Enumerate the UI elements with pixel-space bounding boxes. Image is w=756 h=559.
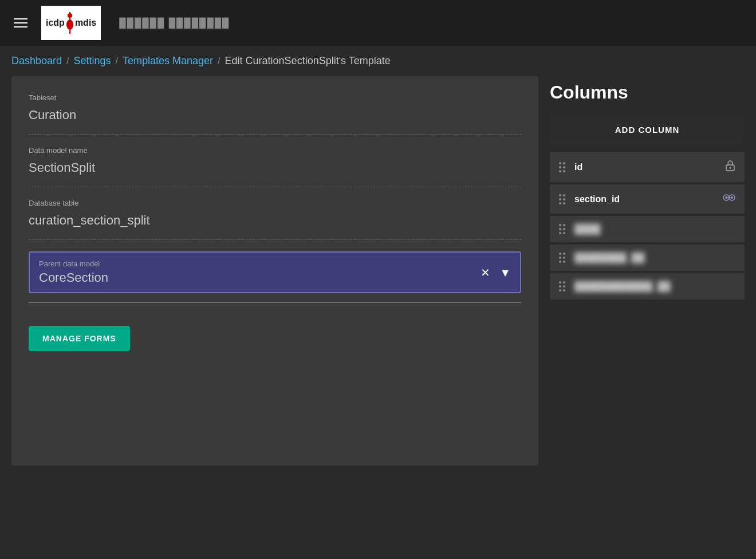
drag-handle-section-id[interactable] [559, 194, 565, 204]
breadcrumb-sep-1: / [66, 56, 69, 66]
menu-button[interactable] [9, 14, 32, 32]
tableset-field: Tableset Curation [29, 93, 521, 129]
drag-handle-blurred-2[interactable] [559, 253, 565, 263]
parent-model-controls: ✕ ▼ [481, 267, 511, 278]
breadcrumb-templates-manager[interactable]: Templates Manager [123, 55, 213, 67]
divider-2 [29, 187, 521, 187]
parent-model-label: Parent data model [39, 259, 481, 268]
app-header: icdp mdis ██████ ████████ [0, 0, 756, 46]
parent-underline [29, 302, 521, 303]
logo-text-right: mdis [75, 18, 96, 28]
breadcrumb-current: Edit CurationSectionSplit's Template [225, 55, 391, 67]
parent-model-value: CoreSection [39, 270, 481, 285]
parent-model-inner: Parent data model CoreSection [39, 259, 481, 285]
link-icon [723, 192, 735, 206]
breadcrumb-dashboard[interactable]: Dashboard [11, 55, 62, 67]
breadcrumb-sep-3: / [218, 56, 220, 66]
db-table-value: curation_section_split [29, 210, 521, 235]
column-row-blurred-3[interactable]: ████████████_██ [550, 273, 745, 300]
parent-model-field[interactable]: Parent data model CoreSection ✕ ▼ [29, 251, 521, 293]
breadcrumb-sep-2: / [116, 56, 118, 66]
manage-forms-button[interactable]: MANAGE FORMS [29, 326, 130, 351]
dropdown-parent-button[interactable]: ▼ [499, 267, 511, 278]
drag-handle-blurred-1[interactable] [559, 224, 565, 234]
drag-handle-blurred-3[interactable] [559, 281, 565, 292]
column-name-blurred-3: ████████████_██ [574, 281, 735, 292]
data-model-label: Data model name [29, 146, 521, 155]
column-name-id: id [574, 162, 716, 172]
divider-1 [29, 134, 521, 135]
column-name-blurred-2: ████████_██ [574, 253, 735, 263]
add-column-button[interactable]: ADD COLUMN [550, 115, 745, 145]
svg-point-4 [730, 167, 731, 169]
column-row-section-id[interactable]: section_id [550, 184, 745, 214]
drag-handle-id[interactable] [559, 162, 565, 172]
logo: icdp mdis [41, 6, 101, 40]
tableset-label: Tableset [29, 93, 521, 102]
column-name-blurred-1: ████ [574, 224, 735, 234]
svg-point-1 [68, 13, 72, 18]
main-layout: Tableset Curation Data model name Sectio… [0, 76, 756, 477]
template-edit-form: Tableset Curation Data model name Sectio… [11, 76, 538, 466]
columns-title: Columns [550, 82, 745, 103]
column-row-id[interactable]: id [550, 152, 745, 182]
logo-text-left: icdp [46, 18, 65, 28]
column-row-blurred-1[interactable]: ████ [550, 216, 745, 242]
divider-3 [29, 239, 521, 240]
tableset-value: Curation [29, 104, 521, 129]
db-table-label: Database table [29, 199, 521, 207]
db-table-field: Database table curation_section_split [29, 199, 521, 235]
svg-point-8 [731, 196, 733, 199]
logo-divider-icon [65, 12, 75, 34]
column-row-blurred-2[interactable]: ████████_██ [550, 245, 745, 271]
svg-point-7 [725, 196, 727, 199]
breadcrumb-settings[interactable]: Settings [74, 55, 111, 67]
columns-panel: Columns ADD COLUMN id [550, 76, 745, 466]
svg-point-2 [66, 19, 73, 30]
data-model-value: SectionSplit [29, 157, 521, 182]
data-model-field: Data model name SectionSplit [29, 146, 521, 182]
column-name-section-id: section_id [574, 194, 714, 204]
clear-parent-button[interactable]: ✕ [481, 267, 490, 278]
breadcrumb: Dashboard / Settings / Templates Manager… [0, 46, 756, 76]
site-title: ██████ ████████ [119, 18, 230, 28]
lock-icon [725, 160, 735, 174]
